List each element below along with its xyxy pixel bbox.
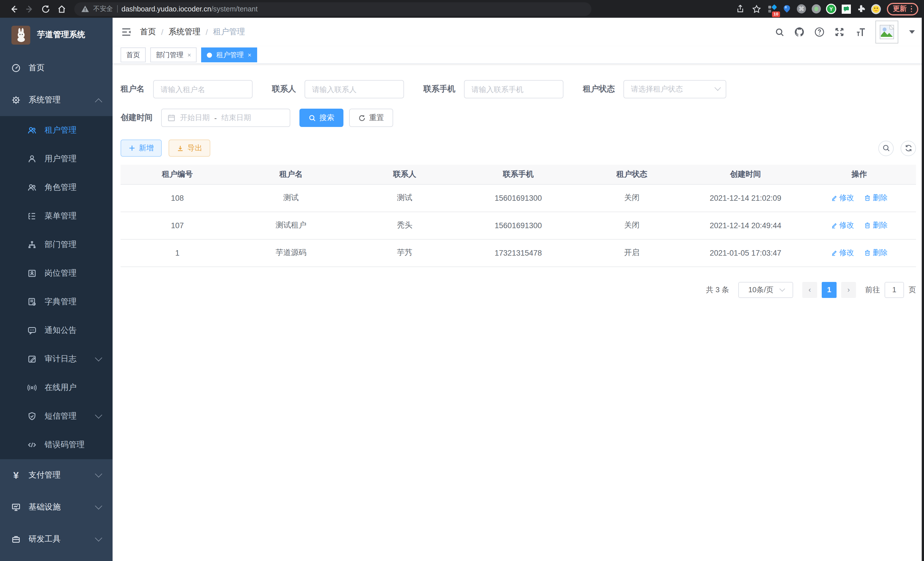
cell-contact: 芋艿 (348, 239, 461, 266)
sidebar-item-payment[interactable]: ¥ 支付管理 (0, 459, 112, 491)
page-number-1[interactable]: 1 (822, 282, 837, 298)
extension-chat-icon[interactable] (838, 2, 854, 16)
sidebar-item-dict[interactable]: 字典管理 (0, 288, 112, 316)
sms-shield-icon (27, 412, 37, 421)
sidebar-toggle-icon[interactable] (112, 18, 140, 46)
fullscreen-icon[interactable] (834, 27, 844, 37)
delete-label: 删除 (873, 220, 888, 230)
github-icon[interactable] (794, 27, 805, 37)
page-size-select[interactable]: 10条/页 (738, 282, 793, 298)
sidebar-item-sms[interactable]: 短信管理 (0, 402, 112, 431)
next-page-button[interactable]: › (841, 282, 856, 298)
sidebar-item-menu[interactable]: 菜单管理 (0, 202, 112, 230)
tag-close-icon[interactable]: × (248, 52, 251, 58)
tag-tenant[interactable]: 租户管理 × (201, 47, 257, 62)
delete-link[interactable]: 删除 (864, 193, 888, 203)
extension-record-icon[interactable] (809, 2, 824, 16)
extension-command-icon[interactable]: ⌘ (794, 2, 809, 16)
extension-y-icon[interactable]: Y (824, 2, 838, 16)
sidebar-item-dept[interactable]: 部门管理 (0, 230, 112, 259)
search-icon (309, 114, 316, 122)
prev-page-button[interactable]: ‹ (802, 282, 817, 298)
sidebar-item-home[interactable]: 首页 (0, 52, 112, 84)
cell-tenant-id: 108 (121, 184, 234, 212)
trash-icon (864, 249, 871, 256)
share-icon[interactable] (732, 2, 748, 16)
avatar-caret-icon[interactable] (909, 30, 915, 34)
reload-icon[interactable] (38, 2, 54, 16)
sidebar-item-dev-tools[interactable]: 研发工具 (0, 523, 112, 555)
breadcrumb: 首页 / 系统管理 / 租户管理 (140, 27, 245, 37)
mobile-input[interactable] (464, 80, 563, 98)
security-label[interactable]: 不安全 (93, 5, 113, 13)
avatar[interactable] (875, 21, 898, 44)
breadcrumb-home[interactable]: 首页 (140, 27, 156, 37)
status-select[interactable]: 请选择租户状态 (623, 80, 726, 98)
download-icon (177, 144, 184, 152)
sidebar-item-label: 基础设施 (28, 502, 61, 512)
goto-label: 前往 (865, 284, 880, 295)
edit-label: 修改 (839, 248, 854, 258)
date-separator: - (214, 114, 217, 122)
breadcrumb-system[interactable]: 系统管理 (169, 27, 201, 37)
sidebar-item-notice[interactable]: 通知公告 (0, 316, 112, 345)
col-mobile: 联系手机 (461, 165, 575, 184)
extension-grid-icon[interactable]: 10 (764, 2, 779, 16)
tag-dept[interactable]: 部门管理 × (150, 47, 197, 62)
edit-link[interactable]: 修改 (831, 220, 854, 230)
date-range-picker[interactable]: 开始日期 - 结束日期 (161, 109, 290, 127)
tag-home[interactable]: 首页 (121, 47, 146, 62)
sidebar-item-post[interactable]: 岗位管理 (0, 259, 112, 288)
header-search-icon[interactable] (775, 27, 784, 37)
home-icon[interactable] (54, 2, 70, 16)
browser-menu-icon[interactable] (910, 6, 912, 12)
sidebar-item-infrastructure[interactable]: 基础设施 (0, 491, 112, 523)
table-row: 108 测试 测试 15601691300 关闭 2021-12-14 21:0… (121, 184, 916, 212)
delete-link[interactable]: 删除 (864, 220, 888, 230)
app-logo[interactable]: 芋道管理系统 (0, 18, 112, 52)
tag-close-icon[interactable]: × (188, 52, 191, 58)
browser-update-button[interactable]: 更新 (886, 3, 918, 15)
pagination-total: 共 3 条 (706, 284, 729, 295)
sidebar-item-system[interactable]: 系统管理 (0, 84, 112, 116)
edit-link[interactable]: 修改 (831, 248, 854, 258)
sidebar-item-online-user[interactable]: 在线用户 (0, 373, 112, 402)
edit-label: 修改 (839, 193, 854, 203)
contact-input[interactable] (304, 80, 404, 98)
forward-icon[interactable] (22, 2, 38, 16)
user-icon (27, 154, 37, 164)
search-button[interactable]: 搜索 (299, 109, 344, 127)
chevron-down-icon (779, 286, 785, 292)
extension-puzzle-icon[interactable] (854, 2, 868, 16)
address-bar[interactable]: 不安全 dashboard.yudao.iocoder.cn/system/te… (74, 2, 591, 16)
reset-button[interactable]: 重置 (349, 109, 393, 127)
goto-page-input[interactable] (885, 282, 904, 298)
bookmark-star-icon[interactable] (748, 2, 764, 16)
navbar: 首页 / 系统管理 / 租户管理 (112, 18, 924, 46)
table-row: 107 测试租户 秃头 15601691300 关闭 2021-12-14 20… (121, 212, 916, 239)
toggle-search-icon[interactable] (878, 140, 894, 156)
sidebar-item-role[interactable]: 角色管理 (0, 173, 112, 202)
font-size-icon[interactable] (854, 27, 866, 37)
export-button[interactable]: 导出 (169, 140, 210, 157)
cell-contact: 秃头 (348, 212, 461, 239)
users-icon (27, 183, 37, 192)
sidebar-item-label: 菜单管理 (45, 211, 76, 221)
extension-balloon-icon[interactable] (779, 2, 794, 16)
add-button[interactable]: 新增 (121, 140, 162, 157)
back-icon[interactable] (6, 2, 22, 16)
sidebar-item-user[interactable]: 用户管理 (0, 145, 112, 173)
dev-tools-icon (11, 535, 21, 544)
tenant-name-input[interactable] (153, 80, 253, 98)
refresh-table-icon[interactable] (901, 140, 916, 156)
delete-link[interactable]: 删除 (864, 248, 888, 258)
plus-icon (129, 145, 135, 152)
sidebar-item-error-code[interactable]: 错误码管理 (0, 431, 112, 459)
help-icon[interactable] (814, 27, 825, 37)
sidebar-item-audit-log[interactable]: 审计日志 (0, 345, 112, 373)
tags-bar: 首页 部门管理 × 租户管理 × (112, 46, 924, 64)
extension-emoji-icon[interactable] (868, 2, 883, 16)
url-text[interactable]: dashboard.yudao.iocoder.cn/system/tenant (122, 5, 258, 13)
edit-link[interactable]: 修改 (831, 193, 854, 203)
sidebar-item-tenant[interactable]: 租户管理 (0, 116, 112, 145)
